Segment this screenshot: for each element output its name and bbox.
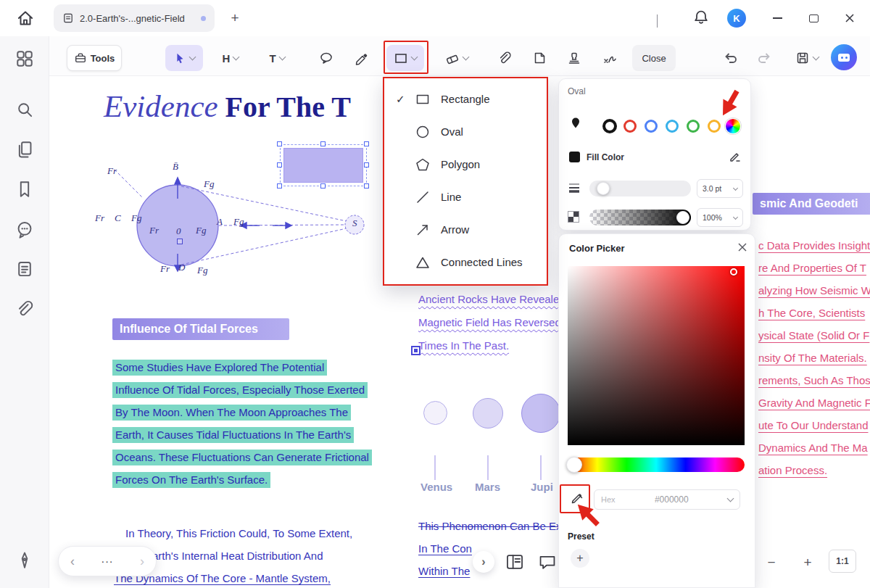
- notes-icon[interactable]: [15, 260, 34, 278]
- shape-tool-button[interactable]: [386, 45, 424, 71]
- undo-button[interactable]: [716, 45, 745, 71]
- page-view-icon[interactable]: [505, 553, 524, 571]
- select-tool-button[interactable]: [165, 45, 203, 71]
- shape-dropdown-menu: ✓ Rectangle Oval Polygon Line Arrow C: [383, 77, 548, 286]
- selected-rectangle-shape[interactable]: [280, 144, 367, 186]
- design-pen-icon[interactable]: [15, 551, 34, 570]
- color-swatch-cyan[interactable]: [666, 120, 679, 133]
- document-tab[interactable]: 2.0-Earth's-...gnetic-Field: [54, 4, 215, 32]
- attach-tool-button[interactable]: [490, 45, 519, 71]
- hue-slider[interactable]: [568, 457, 745, 472]
- selection-handle[interactable]: [320, 141, 326, 146]
- window-minimize-button[interactable]: [767, 9, 787, 28]
- add-preset-button[interactable]: +: [571, 549, 589, 568]
- color-swatch-orange[interactable]: [708, 120, 721, 133]
- shape-menu-item-line[interactable]: Line: [384, 181, 547, 213]
- next-page-button[interactable]: ›: [140, 554, 144, 569]
- opacity-slider-thumb[interactable]: [676, 211, 689, 224]
- expand-toolbar-button[interactable]: ›: [473, 551, 494, 573]
- zoom-in-button[interactable]: +: [798, 552, 818, 573]
- selection-handle[interactable]: [277, 183, 282, 189]
- zoom-fit-button[interactable]: 1:1: [829, 550, 856, 573]
- color-swatch-black[interactable]: [602, 119, 617, 133]
- shape-menu-item-polygon[interactable]: Polygon: [384, 148, 547, 181]
- ai-assistant-button[interactable]: [831, 44, 857, 70]
- selection-handle[interactable]: [364, 141, 369, 146]
- comment-panel-icon[interactable]: [538, 553, 557, 571]
- saturation-value-field[interactable]: [568, 266, 745, 445]
- new-tab-button[interactable]: +: [226, 9, 244, 27]
- user-avatar[interactable]: K: [727, 9, 746, 28]
- search-icon[interactable]: [15, 100, 34, 119]
- notification-bell-icon[interactable]: [692, 9, 710, 26]
- hex-input[interactable]: Hex #000000: [594, 489, 740, 510]
- shape-menu-item-connected-lines[interactable]: Connected Lines: [384, 246, 547, 278]
- bookmark-icon[interactable]: [15, 180, 34, 199]
- shape-menu-item-arrow[interactable]: Arrow: [384, 213, 547, 246]
- color-swatch-blue[interactable]: [645, 120, 658, 133]
- signature-icon: [602, 51, 618, 65]
- opacity-dropdown[interactable]: 100%: [697, 208, 743, 227]
- selection-handle[interactable]: [364, 162, 369, 167]
- comments-icon[interactable]: [15, 220, 34, 239]
- redo-button[interactable]: [750, 45, 779, 71]
- zoom-out-button[interactable]: −: [761, 552, 782, 573]
- selection-handle[interactable]: [277, 141, 282, 146]
- tools-button[interactable]: Tools: [67, 45, 122, 71]
- save-button[interactable]: [787, 45, 826, 71]
- color-swatch-red[interactable]: [624, 120, 637, 133]
- shape-properties-panel: Oval Fill Color 3.0 pt 100%: [558, 78, 751, 231]
- document-title-italic: Evidence: [104, 89, 218, 123]
- selection-handle[interactable]: [364, 183, 369, 189]
- zoom-fit-label: 1:1: [836, 556, 848, 566]
- text-selection-marker[interactable]: [411, 346, 420, 355]
- color-swatch-green[interactable]: [687, 120, 700, 133]
- document-title: Evidence For The T: [104, 88, 351, 124]
- stroke-width-slider-thumb[interactable]: [597, 182, 610, 195]
- text-tool-button[interactable]: T: [260, 45, 294, 71]
- hue-slider-thumb[interactable]: [566, 457, 582, 473]
- save-icon: [795, 51, 810, 65]
- close-icon[interactable]: [737, 242, 747, 252]
- edit-fill-pen-icon[interactable]: [729, 150, 742, 163]
- color-picker-title: Color Picker: [569, 243, 625, 254]
- pen-tool-button[interactable]: [347, 45, 376, 71]
- prev-page-button[interactable]: ‹: [70, 554, 75, 569]
- pages-icon[interactable]: [15, 140, 34, 159]
- color-picker-panel: Color Picker Hex #000000 Preset +: [558, 233, 755, 588]
- apps-grid-icon[interactable]: [15, 49, 34, 68]
- sv-cursor[interactable]: [730, 268, 737, 276]
- planet-tick: [540, 455, 542, 480]
- sticker-tool-button[interactable]: [525, 45, 554, 71]
- planet-tick: [434, 455, 436, 480]
- planet-label: Mars: [475, 481, 500, 493]
- chevron-down-icon: [727, 495, 734, 502]
- titlebar-chevron-down-icon[interactable]: [657, 15, 658, 28]
- stroke-width-slider[interactable]: [589, 181, 691, 196]
- fill-color-chip[interactable]: [569, 152, 580, 162]
- shape-menu-item-rectangle[interactable]: ✓ Rectangle: [384, 83, 547, 115]
- comment-tool-button[interactable]: [312, 45, 341, 71]
- home-button[interactable]: [16, 9, 35, 28]
- signature-tool-button[interactable]: [594, 45, 626, 71]
- selection-handle[interactable]: [320, 183, 326, 189]
- heading-tool-button[interactable]: H: [213, 45, 248, 71]
- stroke-width-dropdown[interactable]: 3.0 pt: [697, 179, 743, 198]
- selection-handle[interactable]: [277, 162, 282, 167]
- stamp-tool-button[interactable]: [560, 45, 589, 71]
- opacity-slider[interactable]: [589, 210, 691, 225]
- shape-menu-item-oval[interactable]: Oval: [384, 115, 547, 148]
- eraser-tool-button[interactable]: [438, 45, 476, 71]
- more-pages-button[interactable]: ···: [102, 555, 114, 567]
- eyedropper-button[interactable]: [565, 488, 589, 511]
- window-maximize-button[interactable]: [803, 9, 824, 28]
- custom-color-wheel[interactable]: [725, 118, 741, 134]
- attachment-icon[interactable]: [15, 299, 34, 318]
- planet-label: Venus: [420, 481, 452, 493]
- close-editing-button[interactable]: Close: [632, 45, 676, 71]
- tools-button-label: Tools: [91, 53, 115, 64]
- right-column-line: Dynamics And The Ma: [758, 442, 868, 454]
- window-close-button[interactable]: [840, 9, 860, 28]
- tab-title: 2.0-Earth's-...gnetic-Field: [80, 13, 185, 24]
- border-color-icon[interactable]: [571, 117, 581, 131]
